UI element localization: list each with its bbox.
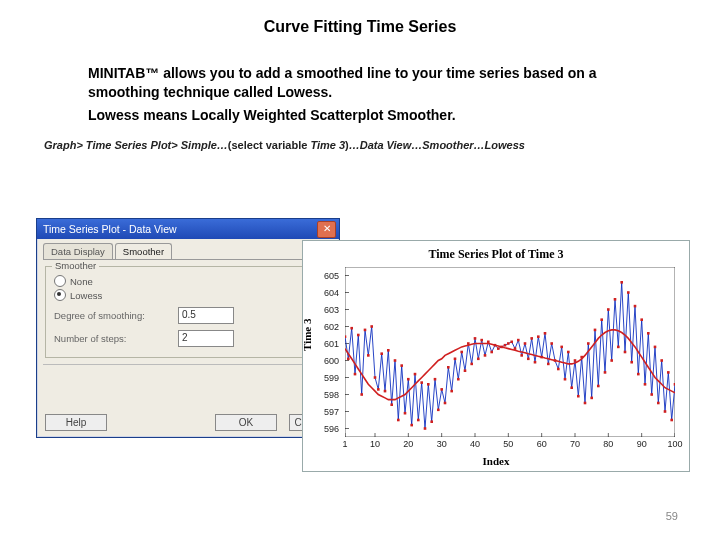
svg-rect-107 bbox=[627, 291, 630, 294]
svg-rect-25 bbox=[354, 373, 357, 376]
x-tick: 40 bbox=[470, 439, 480, 449]
svg-rect-114 bbox=[650, 393, 653, 396]
radio-none-label: None bbox=[70, 276, 93, 287]
svg-rect-28 bbox=[364, 329, 367, 332]
svg-rect-79 bbox=[534, 361, 537, 364]
svg-rect-64 bbox=[484, 354, 487, 357]
svg-rect-27 bbox=[360, 393, 363, 396]
svg-rect-97 bbox=[594, 329, 597, 332]
svg-rect-89 bbox=[567, 351, 570, 354]
radio-lowess-row[interactable]: Lowess bbox=[54, 289, 322, 301]
svg-rect-40 bbox=[404, 412, 407, 415]
svg-rect-88 bbox=[564, 378, 567, 381]
svg-rect-68 bbox=[497, 347, 500, 350]
svg-rect-66 bbox=[490, 351, 493, 354]
page-number: 59 bbox=[666, 510, 678, 522]
svg-rect-22 bbox=[345, 335, 346, 338]
y-tick: 603 bbox=[324, 305, 339, 315]
svg-rect-104 bbox=[617, 346, 620, 349]
svg-rect-36 bbox=[390, 403, 393, 406]
svg-rect-47 bbox=[427, 383, 430, 386]
time-series-chart: Time Series Plot of Time 3 Time 3 596597… bbox=[302, 240, 690, 472]
svg-rect-102 bbox=[610, 359, 613, 362]
tab-smoother[interactable]: Smoother bbox=[115, 243, 172, 259]
svg-rect-33 bbox=[380, 352, 383, 355]
svg-rect-61 bbox=[474, 337, 477, 340]
dialog-data-view: Time Series Plot - Data View ✕ Data Disp… bbox=[36, 218, 340, 438]
y-tick: 602 bbox=[324, 322, 339, 332]
y-tick: 599 bbox=[324, 373, 339, 383]
svg-rect-57 bbox=[460, 351, 463, 354]
degree-label: Degree of smoothing: bbox=[54, 310, 172, 321]
plot-area bbox=[345, 267, 675, 437]
steps-row: Number of steps: 2 bbox=[54, 330, 322, 347]
svg-rect-29 bbox=[367, 354, 370, 357]
svg-rect-46 bbox=[424, 427, 427, 430]
svg-rect-77 bbox=[527, 358, 530, 361]
svg-rect-111 bbox=[640, 318, 643, 321]
menu-path: Graph> Time Series Plot> Simple…(select … bbox=[44, 139, 720, 151]
x-tick: 90 bbox=[637, 439, 647, 449]
degree-input[interactable]: 0.5 bbox=[178, 307, 234, 324]
svg-rect-35 bbox=[387, 349, 390, 352]
radio-none-row[interactable]: None bbox=[54, 275, 322, 287]
svg-rect-112 bbox=[644, 383, 647, 386]
svg-rect-100 bbox=[604, 371, 607, 374]
svg-rect-71 bbox=[507, 342, 510, 345]
svg-rect-86 bbox=[557, 368, 560, 371]
group-title: Smoother bbox=[52, 260, 99, 271]
ok-button[interactable]: OK bbox=[215, 414, 277, 431]
svg-rect-95 bbox=[587, 342, 590, 345]
svg-rect-74 bbox=[517, 339, 520, 342]
svg-rect-32 bbox=[377, 388, 380, 391]
radio-lowess[interactable] bbox=[54, 289, 66, 301]
svg-rect-24 bbox=[350, 327, 353, 330]
svg-rect-87 bbox=[560, 346, 563, 349]
body-text: MINITAB™ allows you to add a smoothed li… bbox=[88, 64, 650, 125]
svg-rect-23 bbox=[347, 358, 350, 361]
svg-rect-120 bbox=[670, 419, 673, 422]
svg-rect-92 bbox=[577, 395, 580, 398]
svg-rect-110 bbox=[637, 373, 640, 376]
svg-rect-43 bbox=[414, 373, 417, 376]
x-tick: 100 bbox=[667, 439, 682, 449]
tab-data-display[interactable]: Data Display bbox=[43, 243, 113, 259]
svg-rect-30 bbox=[370, 325, 373, 328]
y-ticks: 596597598599600601602603604605 bbox=[303, 267, 343, 437]
svg-rect-113 bbox=[647, 332, 650, 335]
y-tick: 605 bbox=[324, 271, 339, 281]
svg-rect-72 bbox=[510, 341, 513, 344]
radio-lowess-label: Lowess bbox=[70, 290, 102, 301]
dialog-buttons: Help OK Cancel bbox=[37, 414, 339, 431]
x-tick: 80 bbox=[603, 439, 613, 449]
svg-rect-60 bbox=[470, 363, 473, 366]
x-tick: 50 bbox=[503, 439, 513, 449]
x-tick: 70 bbox=[570, 439, 580, 449]
svg-rect-26 bbox=[357, 334, 360, 337]
svg-rect-41 bbox=[407, 378, 410, 381]
steps-input[interactable]: 2 bbox=[178, 330, 234, 347]
svg-rect-49 bbox=[434, 378, 437, 381]
svg-rect-96 bbox=[590, 397, 593, 400]
dialog-titlebar[interactable]: Time Series Plot - Data View ✕ bbox=[37, 219, 339, 239]
svg-rect-94 bbox=[584, 402, 587, 405]
svg-rect-116 bbox=[657, 402, 660, 405]
svg-rect-84 bbox=[550, 342, 553, 345]
svg-rect-76 bbox=[524, 342, 527, 345]
help-button[interactable]: Help bbox=[45, 414, 107, 431]
radio-none[interactable] bbox=[54, 275, 66, 287]
svg-rect-99 bbox=[600, 318, 603, 321]
svg-rect-51 bbox=[440, 388, 443, 391]
svg-rect-55 bbox=[454, 358, 457, 361]
dialog-tabs: Data Display Smoother bbox=[43, 243, 339, 259]
svg-rect-62 bbox=[477, 358, 480, 361]
group-smoother: Smoother None Lowess Degree of smoothing… bbox=[45, 266, 331, 358]
svg-rect-82 bbox=[544, 332, 547, 335]
svg-rect-70 bbox=[504, 344, 507, 347]
close-icon[interactable]: ✕ bbox=[317, 221, 336, 238]
svg-rect-48 bbox=[430, 420, 433, 423]
svg-rect-38 bbox=[397, 419, 400, 422]
svg-rect-75 bbox=[520, 354, 523, 357]
svg-rect-37 bbox=[394, 359, 397, 362]
svg-rect-117 bbox=[660, 359, 663, 362]
